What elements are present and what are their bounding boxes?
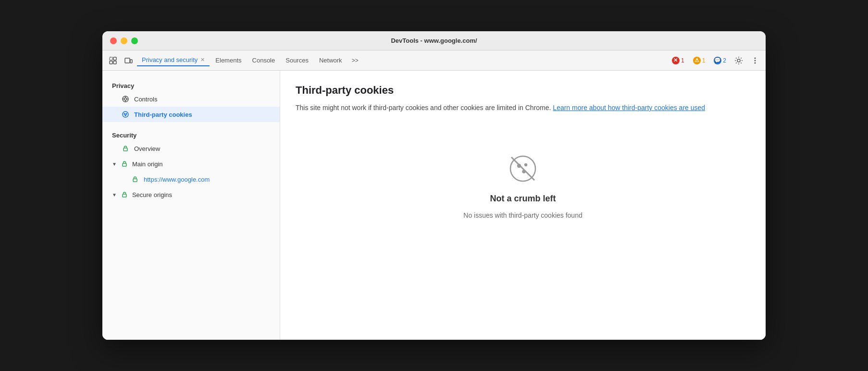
google-origin-lock-icon	[131, 175, 139, 183]
content-panel: Third-party cookies This site might not …	[280, 71, 766, 340]
svg-rect-22	[133, 179, 137, 182]
svg-point-27	[525, 164, 527, 166]
toolbar-right: ✕ 1 ⚠ 1 💬 2	[669, 54, 762, 67]
main-origin-lock-icon	[121, 160, 128, 168]
svg-point-6	[737, 59, 740, 62]
tab-network[interactable]: Network	[314, 55, 347, 66]
svg-rect-2	[110, 61, 112, 64]
controls-icon	[122, 95, 129, 103]
main-content: Privacy Controls	[102, 71, 766, 340]
tab-list: Privacy and security ✕ Elements Console …	[137, 54, 667, 66]
maximize-button[interactable]	[131, 37, 138, 44]
close-button[interactable]	[110, 37, 117, 44]
svg-rect-1	[113, 57, 116, 60]
empty-state-title: Not a crumb left	[490, 194, 556, 204]
svg-rect-23	[123, 194, 126, 197]
svg-rect-3	[113, 61, 116, 64]
sidebar-item-secure-origins[interactable]: ▼ Secure origins	[102, 187, 280, 202]
secure-origins-lock-icon	[121, 191, 128, 198]
no-cookies-icon	[506, 151, 540, 186]
tab-close-icon[interactable]: ✕	[200, 57, 205, 63]
devtools-window: DevTools - www.google.com/ Privacy and s…	[102, 31, 766, 340]
traffic-lights	[110, 37, 138, 44]
content-description: This site might not work if third-party …	[296, 102, 750, 113]
learn-more-link[interactable]: Learn more about how third-party cookies…	[553, 104, 705, 111]
info-badge[interactable]: 💬 2	[711, 56, 729, 65]
svg-line-25	[511, 157, 534, 180]
settings-icon[interactable]	[732, 54, 745, 67]
svg-point-16	[123, 111, 128, 117]
svg-rect-20	[124, 148, 127, 151]
svg-point-11	[124, 98, 127, 100]
titlebar: DevTools - www.google.com/	[102, 31, 766, 50]
svg-point-7	[755, 57, 756, 59]
tab-elements[interactable]: Elements	[211, 55, 246, 66]
window-title: DevTools - www.google.com/	[391, 37, 477, 44]
more-tabs-button[interactable]: >>	[348, 55, 362, 66]
content-title: Third-party cookies	[296, 84, 750, 97]
tab-console[interactable]: Console	[248, 55, 280, 66]
minimize-button[interactable]	[121, 37, 127, 44]
svg-rect-0	[110, 57, 112, 60]
svg-rect-21	[123, 163, 126, 166]
more-options-icon[interactable]	[748, 54, 762, 67]
inspect-element-icon[interactable]	[106, 54, 120, 67]
sidebar-item-overview[interactable]: Overview	[102, 141, 280, 156]
tab-privacy-security[interactable]: Privacy and security ✕	[137, 54, 210, 66]
warning-icon: ⚠	[693, 57, 701, 64]
sidebar-item-controls[interactable]: Controls	[102, 91, 280, 107]
info-icon: 💬	[714, 57, 721, 64]
svg-point-18	[126, 113, 127, 114]
svg-point-9	[755, 62, 756, 63]
svg-point-19	[125, 115, 126, 116]
cookies-icon	[122, 111, 129, 118]
svg-rect-4	[125, 58, 130, 63]
device-toolbar-icon[interactable]	[122, 54, 135, 67]
empty-state-subtitle: No issues with third-party cookies found	[463, 211, 582, 219]
error-icon: ✕	[672, 57, 680, 64]
toolbar: Privacy and security ✕ Elements Console …	[102, 50, 766, 71]
sidebar-item-main-origin[interactable]: ▼ Main origin	[102, 156, 280, 172]
error-badge[interactable]: ✕ 1	[669, 56, 687, 65]
overview-lock-icon	[122, 145, 129, 152]
svg-point-17	[124, 113, 125, 114]
main-origin-arrow: ▼	[112, 161, 117, 167]
svg-point-8	[755, 60, 756, 61]
svg-point-28	[523, 171, 525, 173]
security-section-label: Security	[102, 128, 280, 141]
tab-sources[interactable]: Sources	[281, 55, 313, 66]
sidebar-item-third-party-cookies[interactable]: Third-party cookies	[102, 107, 280, 122]
secure-origins-arrow: ▼	[112, 192, 117, 198]
svg-point-26	[518, 164, 521, 167]
warning-badge[interactable]: ⚠ 1	[690, 56, 708, 65]
empty-state: Not a crumb left No issues with third-pa…	[296, 151, 750, 219]
sidebar: Privacy Controls	[102, 71, 280, 340]
privacy-section-label: Privacy	[102, 78, 280, 91]
sidebar-item-google-origin[interactable]: https://www.google.com	[102, 172, 280, 187]
svg-rect-5	[130, 60, 132, 63]
